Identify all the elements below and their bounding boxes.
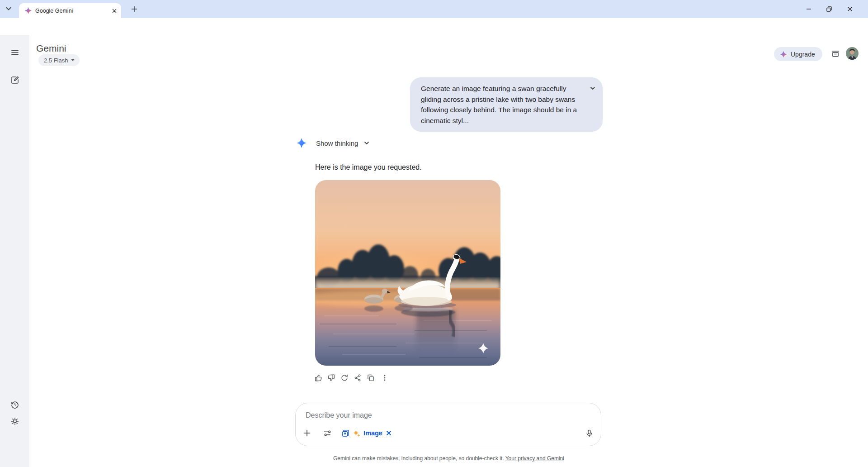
add-attachment-icon[interactable] xyxy=(302,429,311,438)
archive-box-icon[interactable] xyxy=(830,49,840,59)
thumbs-down-icon[interactable] xyxy=(327,374,335,382)
copy-icon[interactable] xyxy=(367,374,375,382)
gemini-favicon-icon xyxy=(25,7,32,14)
expand-prompt-chevron-icon[interactable] xyxy=(590,85,596,91)
chip-close-icon[interactable] xyxy=(386,430,392,436)
chevron-down-icon xyxy=(71,58,75,62)
disclaimer-footer: Gemini can make mistakes, including abou… xyxy=(29,455,868,462)
upgrade-label: Upgrade xyxy=(791,51,815,58)
share-icon[interactable] xyxy=(354,374,362,382)
chevron-down-icon xyxy=(363,140,370,146)
window-restore-icon[interactable] xyxy=(821,4,837,14)
history-icon[interactable] xyxy=(10,400,19,409)
photo-stack-icon xyxy=(341,429,350,438)
privacy-link[interactable]: Your privacy and Gemini xyxy=(505,455,564,462)
upgrade-button[interactable]: Upgrade xyxy=(774,47,822,61)
show-thinking-label: Show thinking xyxy=(316,139,358,147)
menu-hamburger-icon[interactable] xyxy=(10,48,19,57)
user-prompt-text: Generate an image featuring a swan grace… xyxy=(421,85,577,124)
response-action-row xyxy=(314,374,389,382)
browser-toolbar: gemini.google.com/u/1/app/82c9c2b03cdc3c… xyxy=(0,18,868,35)
image-chip-label: Image xyxy=(363,429,382,437)
account-avatar[interactable] xyxy=(846,47,859,60)
regenerate-icon[interactable] xyxy=(340,374,349,382)
new-chat-icon[interactable] xyxy=(10,76,19,85)
prompt-composer[interactable]: Image xyxy=(295,403,601,446)
browser-tabstrip: Google Gemini xyxy=(0,0,868,18)
response-text: Here is the image you requested. xyxy=(315,163,422,172)
settings-gear-icon[interactable] xyxy=(10,417,19,426)
sparkle-gold-icon xyxy=(353,429,360,437)
tab-title: Google Gemini xyxy=(35,8,111,14)
microphone-icon[interactable] xyxy=(585,429,594,438)
tab-close-icon[interactable] xyxy=(111,8,118,14)
disclaimer-text: Gemini can make mistakes, including abou… xyxy=(333,455,505,462)
gemini-sparkle-color-icon xyxy=(780,51,787,58)
image-mode-chip[interactable]: Image xyxy=(341,429,392,438)
generated-image[interactable] xyxy=(315,180,500,366)
gemini-sparkle-blue-icon xyxy=(296,138,307,148)
user-message-bubble: Generate an image featuring a swan grace… xyxy=(410,77,603,132)
browser-tab[interactable]: Google Gemini xyxy=(19,3,121,18)
model-label: 2.5 Flash xyxy=(44,57,68,64)
composer-toolbar: Image xyxy=(302,426,594,440)
prompt-input[interactable] xyxy=(306,410,523,421)
show-thinking-toggle[interactable]: Show thinking xyxy=(296,138,370,148)
page-title: Gemini xyxy=(36,43,66,54)
more-options-icon[interactable] xyxy=(381,374,389,382)
gemini-app: Gemini 2.5 Flash Upgrade Generate an ima… xyxy=(0,35,868,467)
window-close-icon[interactable] xyxy=(842,4,858,14)
window-minimize-icon[interactable] xyxy=(801,4,817,14)
tools-tune-icon[interactable] xyxy=(323,429,331,438)
new-tab-icon[interactable] xyxy=(130,5,138,13)
sidebar xyxy=(0,35,29,467)
thumbs-up-icon[interactable] xyxy=(314,374,322,382)
tab-search-chevron-icon[interactable] xyxy=(5,5,13,13)
model-selector[interactable]: 2.5 Flash xyxy=(38,54,80,66)
